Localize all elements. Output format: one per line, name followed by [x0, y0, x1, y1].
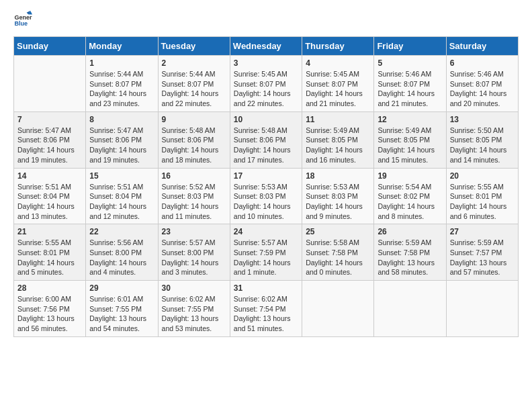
calendar-cell: 4Sunrise: 5:45 AM Sunset: 8:07 PM Daylig…: [302, 56, 374, 112]
calendar-cell: 26Sunrise: 5:59 AM Sunset: 7:58 PM Dayli…: [374, 224, 446, 281]
day-number: 5: [378, 58, 442, 68]
day-number: 25: [306, 227, 370, 236]
day-info: Sunrise: 5:45 AM Sunset: 8:07 PM Dayligh…: [234, 69, 298, 109]
svg-text:Blue: Blue: [14, 20, 28, 27]
day-info: Sunrise: 5:44 AM Sunset: 8:07 PM Dayligh…: [89, 69, 154, 109]
calendar-cell: 31Sunrise: 6:02 AM Sunset: 7:54 PM Dayli…: [230, 281, 302, 337]
weekday-friday: Friday: [374, 37, 446, 56]
weekday-sunday: Sunday: [14, 37, 86, 56]
day-info: Sunrise: 5:58 AM Sunset: 7:58 PM Dayligh…: [306, 238, 370, 277]
calendar-cell: 29Sunrise: 6:01 AM Sunset: 7:55 PM Dayli…: [86, 281, 158, 337]
day-info: Sunrise: 5:48 AM Sunset: 8:06 PM Dayligh…: [234, 126, 298, 165]
day-number: 13: [450, 115, 515, 124]
day-info: Sunrise: 5:56 AM Sunset: 8:00 PM Dayligh…: [89, 238, 154, 277]
day-info: Sunrise: 5:47 AM Sunset: 8:06 PM Dayligh…: [89, 126, 154, 165]
day-info: Sunrise: 6:02 AM Sunset: 7:55 PM Dayligh…: [162, 294, 226, 334]
calendar-cell: 23Sunrise: 5:57 AM Sunset: 8:00 PM Dayli…: [158, 224, 230, 281]
calendar-week-row: 28Sunrise: 6:00 AM Sunset: 7:56 PM Dayli…: [14, 281, 519, 337]
day-info: Sunrise: 5:53 AM Sunset: 8:03 PM Dayligh…: [306, 182, 370, 222]
calendar-cell: 12Sunrise: 5:49 AM Sunset: 8:05 PM Dayli…: [374, 111, 446, 168]
calendar-cell: 6Sunrise: 5:46 AM Sunset: 8:07 PM Daylig…: [446, 56, 518, 112]
day-info: Sunrise: 5:49 AM Sunset: 8:05 PM Dayligh…: [378, 126, 442, 165]
calendar-cell: 2Sunrise: 5:44 AM Sunset: 8:07 PM Daylig…: [158, 56, 230, 112]
calendar-cell: 14Sunrise: 5:51 AM Sunset: 8:04 PM Dayli…: [14, 168, 86, 224]
calendar-cell: 9Sunrise: 5:48 AM Sunset: 8:06 PM Daylig…: [158, 111, 230, 168]
day-info: Sunrise: 5:55 AM Sunset: 8:01 PM Dayligh…: [17, 238, 82, 277]
day-info: Sunrise: 5:57 AM Sunset: 7:59 PM Dayligh…: [234, 238, 298, 277]
day-number: 19: [378, 171, 442, 181]
day-info: Sunrise: 5:51 AM Sunset: 8:04 PM Dayligh…: [89, 182, 154, 222]
day-number: 10: [234, 115, 298, 124]
day-number: 22: [89, 227, 154, 236]
day-info: Sunrise: 5:59 AM Sunset: 7:57 PM Dayligh…: [450, 238, 515, 277]
weekday-wednesday: Wednesday: [230, 37, 302, 56]
day-number: 3: [234, 58, 298, 68]
calendar-cell: 3Sunrise: 5:45 AM Sunset: 8:07 PM Daylig…: [230, 56, 302, 112]
calendar-week-row: 7Sunrise: 5:47 AM Sunset: 8:06 PM Daylig…: [14, 111, 519, 168]
day-number: 23: [162, 227, 226, 236]
calendar-cell: [302, 281, 374, 337]
day-info: Sunrise: 6:00 AM Sunset: 7:56 PM Dayligh…: [17, 294, 82, 334]
calendar-cell: 13Sunrise: 5:50 AM Sunset: 8:05 PM Dayli…: [446, 111, 518, 168]
day-info: Sunrise: 5:51 AM Sunset: 8:04 PM Dayligh…: [17, 182, 82, 222]
day-number: 7: [17, 115, 82, 124]
day-number: 15: [89, 171, 154, 181]
day-info: Sunrise: 5:46 AM Sunset: 8:07 PM Dayligh…: [450, 69, 515, 109]
day-info: Sunrise: 5:55 AM Sunset: 8:01 PM Dayligh…: [450, 182, 515, 222]
weekday-monday: Monday: [86, 37, 158, 56]
day-number: 29: [89, 283, 154, 293]
day-info: Sunrise: 5:57 AM Sunset: 8:00 PM Dayligh…: [162, 238, 226, 277]
day-info: Sunrise: 5:46 AM Sunset: 8:07 PM Dayligh…: [378, 69, 442, 109]
calendar-cell: 25Sunrise: 5:58 AM Sunset: 7:58 PM Dayli…: [302, 224, 374, 281]
weekday-thursday: Thursday: [302, 37, 374, 56]
calendar-cell: 8Sunrise: 5:47 AM Sunset: 8:06 PM Daylig…: [86, 111, 158, 168]
calendar-cell: [14, 56, 86, 112]
day-number: 11: [306, 115, 370, 124]
calendar-cell: 18Sunrise: 5:53 AM Sunset: 8:03 PM Dayli…: [302, 168, 374, 224]
logo-icon: General Blue: [13, 11, 32, 30]
day-info: Sunrise: 5:54 AM Sunset: 8:02 PM Dayligh…: [378, 182, 442, 222]
day-info: Sunrise: 6:01 AM Sunset: 7:55 PM Dayligh…: [89, 294, 154, 334]
calendar-cell: 19Sunrise: 5:54 AM Sunset: 8:02 PM Dayli…: [374, 168, 446, 224]
calendar-cell: 21Sunrise: 5:55 AM Sunset: 8:01 PM Dayli…: [14, 224, 86, 281]
calendar-week-row: 14Sunrise: 5:51 AM Sunset: 8:04 PM Dayli…: [14, 168, 519, 224]
day-info: Sunrise: 5:53 AM Sunset: 8:03 PM Dayligh…: [234, 182, 298, 222]
day-info: Sunrise: 5:47 AM Sunset: 8:06 PM Dayligh…: [17, 126, 82, 165]
calendar-cell: [446, 281, 518, 337]
calendar-cell: 27Sunrise: 5:59 AM Sunset: 7:57 PM Dayli…: [446, 224, 518, 281]
calendar-cell: 24Sunrise: 5:57 AM Sunset: 7:59 PM Dayli…: [230, 224, 302, 281]
weekday-saturday: Saturday: [446, 37, 518, 56]
calendar-cell: 22Sunrise: 5:56 AM Sunset: 8:00 PM Dayli…: [86, 224, 158, 281]
day-number: 12: [378, 115, 442, 124]
day-number: 16: [162, 171, 226, 181]
day-number: 21: [17, 227, 82, 236]
page-header: General Blue: [13, 11, 519, 30]
day-number: 30: [162, 283, 226, 293]
day-number: 14: [17, 171, 82, 181]
calendar-cell: 17Sunrise: 5:53 AM Sunset: 8:03 PM Dayli…: [230, 168, 302, 224]
day-number: 2: [162, 58, 226, 68]
calendar-cell: 1Sunrise: 5:44 AM Sunset: 8:07 PM Daylig…: [86, 56, 158, 112]
calendar-cell: 7Sunrise: 5:47 AM Sunset: 8:06 PM Daylig…: [14, 111, 86, 168]
day-number: 27: [450, 227, 515, 236]
calendar-week-row: 1Sunrise: 5:44 AM Sunset: 8:07 PM Daylig…: [14, 56, 519, 112]
day-info: Sunrise: 5:44 AM Sunset: 8:07 PM Dayligh…: [162, 69, 226, 109]
day-info: Sunrise: 5:50 AM Sunset: 8:05 PM Dayligh…: [450, 126, 515, 165]
calendar-cell: 11Sunrise: 5:49 AM Sunset: 8:05 PM Dayli…: [302, 111, 374, 168]
day-number: 20: [450, 171, 515, 181]
day-info: Sunrise: 5:49 AM Sunset: 8:05 PM Dayligh…: [306, 126, 370, 165]
calendar-cell: 28Sunrise: 6:00 AM Sunset: 7:56 PM Dayli…: [14, 281, 86, 337]
day-number: 31: [234, 283, 298, 293]
svg-text:General: General: [14, 14, 32, 21]
weekday-header-row: SundayMondayTuesdayWednesdayThursdayFrid…: [14, 37, 519, 56]
calendar-cell: [374, 281, 446, 337]
day-number: 9: [162, 115, 226, 124]
day-number: 17: [234, 171, 298, 181]
calendar-cell: 5Sunrise: 5:46 AM Sunset: 8:07 PM Daylig…: [374, 56, 446, 112]
day-info: Sunrise: 5:45 AM Sunset: 8:07 PM Dayligh…: [306, 69, 370, 109]
day-number: 4: [306, 58, 370, 68]
calendar-cell: 15Sunrise: 5:51 AM Sunset: 8:04 PM Dayli…: [86, 168, 158, 224]
day-info: Sunrise: 5:52 AM Sunset: 8:03 PM Dayligh…: [162, 182, 226, 222]
day-number: 28: [17, 283, 82, 293]
calendar-cell: 10Sunrise: 5:48 AM Sunset: 8:06 PM Dayli…: [230, 111, 302, 168]
